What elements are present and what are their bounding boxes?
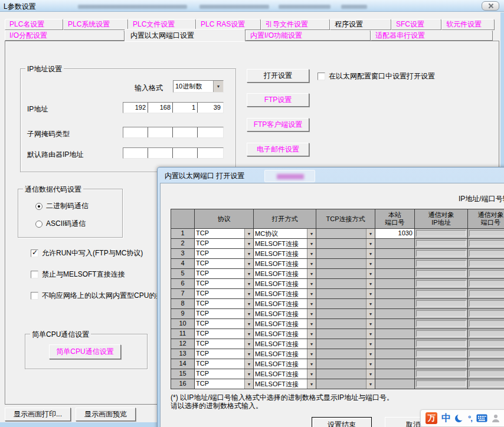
chevron-down-icon[interactable]: ▼: [244, 379, 253, 389]
target-port-cell[interactable]: [468, 349, 504, 359]
open-method-dropdown[interactable]: MELSOFT连接 ▼: [254, 299, 316, 308]
tab[interactable]: SFC设置: [391, 19, 441, 30]
chevron-down-icon[interactable]: ▼: [307, 379, 316, 389]
host-port-cell[interactable]: [375, 369, 415, 379]
chevron-down-icon[interactable]: ▼: [244, 229, 253, 238]
target-ip-cell[interactable]: [415, 239, 468, 249]
open-method-dropdown[interactable]: MELSOFT连接 ▼: [254, 239, 316, 248]
chevron-down-icon[interactable]: ▼: [366, 229, 375, 238]
target-ip-cell[interactable]: [415, 309, 468, 319]
target-ip-cell[interactable]: [415, 329, 468, 339]
subnet-octet-input[interactable]: [198, 127, 222, 137]
target-port-cell[interactable]: [468, 359, 504, 369]
chevron-down-icon[interactable]: ▼: [307, 289, 316, 298]
target-port-cell[interactable]: [468, 229, 504, 239]
tcp-mode-dropdown[interactable]: ▼: [316, 369, 375, 379]
binary-code-radio[interactable]: 二进制码通信: [35, 201, 89, 211]
tcp-mode-dropdown[interactable]: ▼: [316, 319, 375, 329]
punctuation-toggle-icon[interactable]: °,: [468, 414, 472, 423]
protocol-dropdown[interactable]: TCP ▼: [195, 229, 253, 238]
chevron-down-icon[interactable]: ▼: [244, 279, 253, 288]
target-ip-cell[interactable]: [415, 359, 468, 369]
target-port-cell[interactable]: [468, 339, 504, 349]
chevron-down-icon[interactable]: ▼: [213, 81, 223, 92]
chevron-down-icon[interactable]: ▼: [244, 309, 253, 318]
target-port-cell[interactable]: [468, 379, 504, 389]
target-port-cell[interactable]: [468, 319, 504, 329]
open-method-dropdown[interactable]: MELSOFT连接 ▼: [254, 279, 316, 288]
chevron-down-icon[interactable]: ▼: [307, 329, 316, 339]
host-port-cell[interactable]: [375, 299, 415, 309]
target-ip-cell[interactable]: [415, 249, 468, 259]
tcp-mode-dropdown[interactable]: ▼: [316, 259, 375, 268]
open-method-dropdown[interactable]: MELSOFT连接 ▼: [254, 359, 316, 369]
ip-octet-input[interactable]: 39: [198, 103, 222, 113]
open-method-dropdown[interactable]: MELSOFT连接 ▼: [254, 369, 316, 379]
tcp-mode-dropdown[interactable]: ▼: [316, 249, 375, 258]
ftp-client-settings-button[interactable]: FTP客户端设置: [247, 118, 309, 132]
chevron-down-icon[interactable]: ▼: [307, 239, 316, 248]
chevron-down-icon[interactable]: ▼: [307, 309, 316, 318]
chevron-down-icon[interactable]: ▼: [366, 349, 375, 359]
chevron-down-icon[interactable]: ▼: [307, 269, 316, 278]
tab[interactable]: 引导文件设置: [261, 19, 330, 30]
tcp-mode-dropdown[interactable]: ▼: [316, 269, 375, 278]
chevron-down-icon[interactable]: ▼: [366, 369, 375, 379]
router-octet-input[interactable]: [123, 148, 148, 158]
protocol-dropdown[interactable]: TCP ▼: [195, 259, 253, 268]
tab[interactable]: PLC系统设置: [63, 19, 128, 30]
host-port-cell[interactable]: [375, 239, 415, 249]
chevron-down-icon[interactable]: ▼: [244, 369, 253, 379]
protocol-dropdown[interactable]: TCP ▼: [195, 379, 253, 389]
tcp-mode-dropdown[interactable]: ▼: [316, 379, 375, 389]
target-ip-cell[interactable]: [415, 339, 468, 349]
chevron-down-icon[interactable]: ▼: [366, 309, 375, 318]
preview-screen-button[interactable]: 显示画面预览: [76, 408, 136, 421]
ftp-settings-button[interactable]: FTP设置: [247, 93, 309, 107]
ethernet-config-checkbox[interactable]: 在以太网配置窗口中设置打开设置: [318, 71, 435, 81]
protocol-dropdown[interactable]: TCP ▼: [195, 309, 253, 318]
protocol-dropdown[interactable]: TCP ▼: [195, 359, 253, 369]
tcp-mode-dropdown[interactable]: ▼: [316, 289, 375, 298]
protocol-dropdown[interactable]: TCP ▼: [195, 279, 253, 288]
target-ip-cell[interactable]: [415, 299, 468, 309]
open-method-dropdown[interactable]: MELSOFT连接 ▼: [254, 309, 316, 318]
chevron-down-icon[interactable]: ▼: [307, 369, 316, 379]
target-ip-cell[interactable]: [415, 379, 468, 389]
chevron-down-icon[interactable]: ▼: [244, 239, 253, 248]
chevron-down-icon[interactable]: ▼: [366, 329, 375, 339]
tcp-mode-dropdown[interactable]: ▼: [316, 329, 375, 339]
host-port-cell[interactable]: [375, 269, 415, 279]
tab[interactable]: 程序设置: [330, 19, 391, 30]
host-port-cell[interactable]: [375, 249, 415, 259]
tab[interactable]: I/O分配设置: [5, 30, 125, 41]
target-port-cell[interactable]: [468, 249, 504, 259]
open-method-dropdown[interactable]: MELSOFT连接 ▼: [254, 319, 316, 329]
open-method-dropdown[interactable]: MELSOFT连接 ▼: [254, 289, 316, 298]
target-port-cell[interactable]: [468, 309, 504, 319]
router-octet-input[interactable]: [173, 148, 198, 158]
chevron-down-icon[interactable]: ▼: [244, 259, 253, 268]
protocol-dropdown[interactable]: TCP ▼: [195, 329, 253, 339]
target-port-cell[interactable]: [468, 289, 504, 299]
target-ip-cell[interactable]: [415, 279, 468, 289]
open-method-dropdown[interactable]: MELSOFT连接 ▼: [254, 259, 316, 268]
simple-cpu-comm-button[interactable]: 简单CPU通信设置: [49, 344, 121, 359]
chevron-down-icon[interactable]: ▼: [307, 279, 316, 288]
input-format-select[interactable]: 10进制数 ▼: [173, 80, 224, 93]
tcp-mode-dropdown[interactable]: ▼: [316, 229, 375, 238]
chevron-down-icon[interactable]: ▼: [366, 319, 375, 329]
protocol-dropdown[interactable]: TCP ▼: [195, 339, 253, 349]
tcp-mode-dropdown[interactable]: ▼: [316, 349, 375, 359]
host-port-cell[interactable]: [375, 339, 415, 349]
host-port-cell[interactable]: [375, 379, 415, 389]
ime-language-toggle[interactable]: 中: [441, 412, 451, 425]
chevron-down-icon[interactable]: ▼: [307, 259, 316, 268]
tab[interactable]: 内置I/O功能设置: [246, 30, 371, 41]
target-port-cell[interactable]: [468, 269, 504, 279]
target-ip-cell[interactable]: [415, 369, 468, 379]
protocol-dropdown[interactable]: TCP ▼: [195, 349, 253, 359]
tcp-mode-dropdown[interactable]: ▼: [316, 309, 375, 318]
target-port-cell[interactable]: [468, 259, 504, 269]
protocol-dropdown[interactable]: TCP ▼: [195, 319, 253, 329]
